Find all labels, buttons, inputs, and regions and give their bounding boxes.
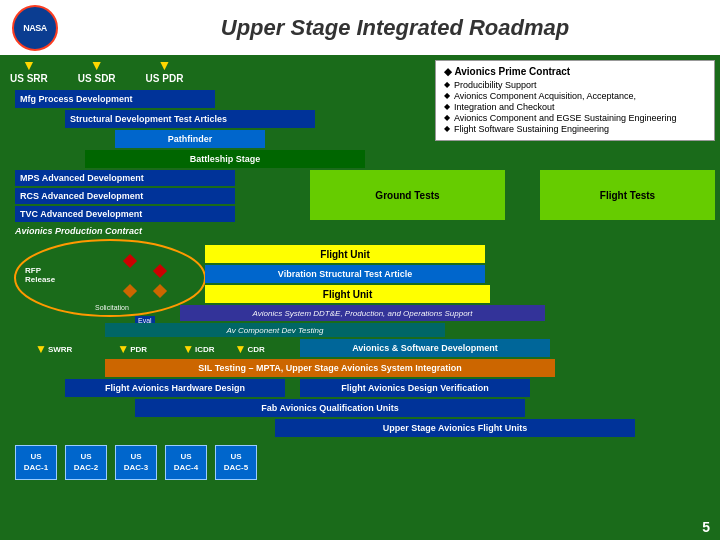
dac-5-line2: DAC-5 xyxy=(224,463,248,473)
ground-tests-label: Ground Tests xyxy=(375,190,439,201)
main-content: Mfg Process Development Structural Devel… xyxy=(5,90,715,510)
phase-sdr: ▼ US SDR xyxy=(78,57,116,84)
dac-4-box: US DAC-4 xyxy=(165,445,207,480)
pathfinder-label: Pathfinder xyxy=(168,134,213,144)
mps-label: MPS Advanced Development xyxy=(20,173,144,183)
sdr-label: US SDR xyxy=(78,73,116,84)
flight-unit-2-bar: Flight Unit xyxy=(205,285,490,303)
vibration-bar: Vibration Structural Test Article xyxy=(205,265,485,283)
fab-bar: Fab Avionics Qualification Units xyxy=(135,399,525,417)
pdr2-label: PDR xyxy=(130,345,147,354)
dac-1-box: US DAC-1 xyxy=(15,445,57,480)
flight-unit-1-label: Flight Unit xyxy=(320,249,369,260)
structural-label: Structural Development Test Articles xyxy=(70,114,227,124)
battleship-label: Battleship Stage xyxy=(190,154,261,164)
upper-avionics-label: Upper Stage Avionics Flight Units xyxy=(383,423,527,433)
phase-srr: ▼ US SRR xyxy=(10,57,48,84)
sil-label: SIL Testing – MPTA, Upper Stage Avionics… xyxy=(198,363,461,373)
avionics-contract-text: Avionics Production Contract xyxy=(15,226,142,236)
hw-verify-bar: Flight Avionics Design Verification xyxy=(300,379,530,397)
svg-rect-3 xyxy=(123,284,137,298)
dac-2-box: US DAC-2 xyxy=(65,445,107,480)
sil-bar: SIL Testing – MPTA, Upper Stage Avionics… xyxy=(105,359,555,377)
dac-1-line1: US xyxy=(30,452,41,462)
rcs-label: RCS Advanced Development xyxy=(20,191,143,201)
avionics-sw-bar: Avionics & Software Development xyxy=(300,339,550,357)
hw-verify-label: Flight Avionics Design Verification xyxy=(341,383,488,393)
pdr-label: US PDR xyxy=(146,73,184,84)
phase-pdr: ▼ US PDR xyxy=(146,57,184,84)
dac-2-line2: DAC-2 xyxy=(74,463,98,473)
svg-rect-4 xyxy=(153,284,167,298)
dac-4-line2: DAC-4 xyxy=(174,463,198,473)
avionics-contract-label: Avionics Production Contract xyxy=(15,226,142,236)
page-background: NASA Upper Stage Integrated Roadmap ▼ US… xyxy=(0,0,720,540)
nasa-logo: NASA xyxy=(10,3,60,53)
srr-arrow: ▼ xyxy=(22,57,36,73)
av-component-bar: Av Component Dev Testing xyxy=(105,323,445,337)
hw-design-label: Flight Avionics Hardware Design xyxy=(105,383,245,393)
avionics-ddt-bar: Avionics System DDT&E, Production, and O… xyxy=(180,305,545,321)
dac-3-box: US DAC-3 xyxy=(115,445,157,480)
structural-bar: Structural Development Test Articles xyxy=(65,110,315,128)
milestone-icdr: ▼ ICDR xyxy=(182,342,214,356)
milestone-cdr2: ▼ CDR xyxy=(235,342,265,356)
bullet-0: ◆ xyxy=(444,80,450,90)
dac-5-box: US DAC-5 xyxy=(215,445,257,480)
dac-3-line1: US xyxy=(130,452,141,462)
sdr-arrow: ▼ xyxy=(90,57,104,73)
callout-title: ◆ Avionics Prime Contract xyxy=(444,66,706,77)
flight-tests-label: Flight Tests xyxy=(600,190,655,201)
cdr2-arrow: ▼ xyxy=(235,342,247,356)
fab-label: Fab Avionics Qualification Units xyxy=(261,403,398,413)
flight-tests-bar: Flight Tests xyxy=(540,170,715,220)
avionics-ddt-label: Avionics System DDT&E, Production, and O… xyxy=(253,309,473,318)
svg-rect-1 xyxy=(123,254,137,268)
ground-tests-bar: Ground Tests xyxy=(310,170,505,220)
mps-bar: MPS Advanced Development xyxy=(15,170,235,186)
milestone-pdr2: ▼ PDR xyxy=(117,342,147,356)
hw-design-bar: Flight Avionics Hardware Design xyxy=(65,379,285,397)
battleship-bar: Battleship Stage xyxy=(85,150,365,168)
page-number: 5 xyxy=(702,519,710,535)
av-component-label: Av Component Dev Testing xyxy=(227,326,324,335)
nasa-logo-text: NASA xyxy=(12,5,58,51)
solicitation-label: Solicitation xyxy=(95,304,129,311)
dac-2-line1: US xyxy=(80,452,91,462)
header: NASA Upper Stage Integrated Roadmap xyxy=(0,0,720,55)
mfg-label: Mfg Process Development xyxy=(20,94,133,104)
avionics-sw-label: Avionics & Software Development xyxy=(352,343,498,353)
page-title: Upper Stage Integrated Roadmap xyxy=(70,15,720,41)
swrr-arrow: ▼ xyxy=(35,342,47,356)
rcs-bar: RCS Advanced Development xyxy=(15,188,235,204)
upper-avionics-bar: Upper Stage Avionics Flight Units xyxy=(275,419,635,437)
swrr-label: SWRR xyxy=(48,345,72,354)
icdr-label: ICDR xyxy=(195,345,215,354)
milestone-swrr: ▼ SWRR xyxy=(35,342,72,356)
flight-unit-2-label: Flight Unit xyxy=(323,289,372,300)
tvc-bar: TVC Advanced Development xyxy=(15,206,235,222)
svg-rect-2 xyxy=(153,264,167,278)
dac-5-line1: US xyxy=(230,452,241,462)
srr-label: US SRR xyxy=(10,73,48,84)
rfp-release-label: Release xyxy=(25,275,55,284)
vibration-label: Vibration Structural Test Article xyxy=(278,269,412,279)
dac-4-line1: US xyxy=(180,452,191,462)
cdr2-label: CDR xyxy=(247,345,264,354)
tvc-label: TVC Advanced Development xyxy=(20,209,142,219)
callout-text-0: Producibility Support xyxy=(454,80,537,90)
callout-item-0: ◆ Producibility Support xyxy=(444,80,706,90)
rfp-label: RFP xyxy=(25,266,41,275)
dac-row: US DAC-1 US DAC-2 US DAC-3 US DAC-4 US D… xyxy=(15,445,257,480)
solicitation-text: Solicitation xyxy=(95,304,129,311)
dac-3-line2: DAC-3 xyxy=(124,463,148,473)
icdr-arrow: ▼ xyxy=(182,342,194,356)
pathfinder-bar: Pathfinder xyxy=(115,130,265,148)
dac-1-line2: DAC-1 xyxy=(24,463,48,473)
pdr-arrow: ▼ xyxy=(158,57,172,73)
mfg-bar: Mfg Process Development xyxy=(15,90,215,108)
pdr2-arrow: ▼ xyxy=(117,342,129,356)
flight-unit-1-bar: Flight Unit xyxy=(205,245,485,263)
